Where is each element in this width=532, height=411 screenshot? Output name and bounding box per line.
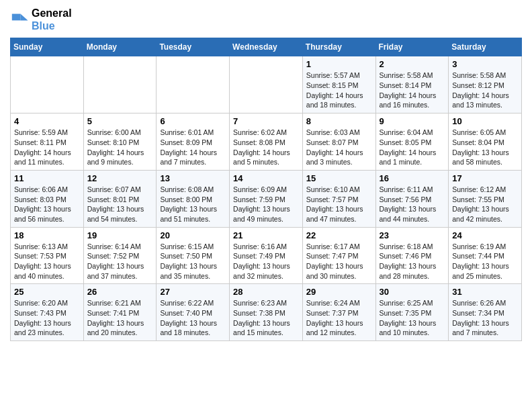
- weekday-header-friday: Friday: [375, 38, 449, 56]
- day-info: Sunrise: 6:22 AM Sunset: 7:40 PM Dayligh…: [160, 298, 226, 338]
- day-info: Sunrise: 6:03 AM Sunset: 8:07 PM Dayligh…: [306, 128, 372, 167]
- day-info: Sunrise: 6:06 AM Sunset: 8:03 PM Dayligh…: [14, 185, 80, 224]
- day-number: 17: [452, 173, 518, 183]
- day-info: Sunrise: 6:00 AM Sunset: 8:10 PM Dayligh…: [87, 128, 153, 167]
- day-info: Sunrise: 6:23 AM Sunset: 7:38 PM Dayligh…: [233, 298, 299, 338]
- calendar-cell: 20Sunrise: 6:15 AM Sunset: 7:50 PM Dayli…: [157, 227, 230, 284]
- svg-rect-1: [12, 14, 21, 21]
- logo-text: General Blue: [32, 7, 72, 32]
- day-info: Sunrise: 6:15 AM Sunset: 7:50 PM Dayligh…: [160, 242, 226, 281]
- calendar-cell: 11Sunrise: 6:06 AM Sunset: 8:03 PM Dayli…: [11, 170, 84, 227]
- day-number: 15: [306, 173, 372, 183]
- day-info: Sunrise: 6:10 AM Sunset: 7:57 PM Dayligh…: [306, 185, 372, 224]
- page-header: General Blue: [10, 7, 522, 32]
- day-number: 13: [160, 173, 226, 183]
- day-info: Sunrise: 6:17 AM Sunset: 7:47 PM Dayligh…: [306, 242, 372, 281]
- weekday-header-thursday: Thursday: [302, 38, 375, 56]
- day-number: 8: [306, 116, 372, 126]
- day-number: 29: [306, 287, 372, 297]
- day-info: Sunrise: 6:25 AM Sunset: 7:35 PM Dayligh…: [380, 298, 445, 338]
- weekday-header-wednesday: Wednesday: [230, 38, 303, 56]
- day-info: Sunrise: 6:19 AM Sunset: 7:44 PM Dayligh…: [452, 242, 518, 281]
- calendar-cell: 26Sunrise: 6:21 AM Sunset: 7:41 PM Dayli…: [83, 284, 157, 341]
- week-row-2: 4Sunrise: 5:59 AM Sunset: 8:11 PM Daylig…: [11, 113, 522, 171]
- svg-marker-0: [20, 14, 28, 21]
- day-info: Sunrise: 6:05 AM Sunset: 8:04 PM Dayligh…: [452, 128, 518, 167]
- calendar-cell: [157, 56, 230, 113]
- day-info: Sunrise: 6:26 AM Sunset: 7:34 PM Dayligh…: [452, 298, 518, 338]
- logo-icon: [10, 10, 29, 29]
- week-row-4: 18Sunrise: 6:13 AM Sunset: 7:53 PM Dayli…: [11, 227, 522, 284]
- calendar-cell: 27Sunrise: 6:22 AM Sunset: 7:40 PM Dayli…: [157, 284, 230, 341]
- calendar-cell: 25Sunrise: 6:20 AM Sunset: 7:43 PM Dayli…: [11, 284, 84, 341]
- calendar-cell: 1Sunrise: 5:57 AM Sunset: 8:15 PM Daylig…: [302, 56, 375, 113]
- calendar-cell: [11, 56, 84, 113]
- day-number: 30: [380, 287, 445, 297]
- calendar-table: SundayMondayTuesdayWednesdayThursdayFrid…: [10, 38, 522, 341]
- weekday-header-sunday: Sunday: [11, 38, 84, 56]
- day-number: 2: [380, 59, 445, 69]
- calendar-cell: 9Sunrise: 6:04 AM Sunset: 8:05 PM Daylig…: [375, 113, 449, 171]
- week-row-5: 25Sunrise: 6:20 AM Sunset: 7:43 PM Dayli…: [11, 284, 522, 341]
- day-number: 26: [87, 287, 153, 297]
- logo: General Blue: [10, 7, 72, 32]
- day-info: Sunrise: 6:21 AM Sunset: 7:41 PM Dayligh…: [87, 298, 153, 338]
- day-number: 28: [233, 287, 299, 297]
- day-info: Sunrise: 6:13 AM Sunset: 7:53 PM Dayligh…: [14, 242, 80, 281]
- day-number: 22: [306, 230, 372, 240]
- weekday-header-row: SundayMondayTuesdayWednesdayThursdayFrid…: [11, 38, 522, 56]
- day-number: 27: [160, 287, 226, 297]
- day-number: 10: [452, 116, 518, 126]
- day-number: 9: [380, 116, 445, 126]
- day-info: Sunrise: 6:02 AM Sunset: 8:08 PM Dayligh…: [233, 128, 299, 167]
- weekday-header-monday: Monday: [83, 38, 157, 56]
- week-row-1: 1Sunrise: 5:57 AM Sunset: 8:15 PM Daylig…: [11, 56, 522, 113]
- calendar-cell: 15Sunrise: 6:10 AM Sunset: 7:57 PM Dayli…: [302, 170, 375, 227]
- day-info: Sunrise: 6:01 AM Sunset: 8:09 PM Dayligh…: [160, 128, 226, 167]
- calendar-cell: 5Sunrise: 6:00 AM Sunset: 8:10 PM Daylig…: [83, 113, 157, 171]
- calendar-cell: 21Sunrise: 6:16 AM Sunset: 7:49 PM Dayli…: [230, 227, 303, 284]
- day-info: Sunrise: 5:58 AM Sunset: 8:14 PM Dayligh…: [380, 71, 445, 110]
- calendar-cell: 24Sunrise: 6:19 AM Sunset: 7:44 PM Dayli…: [449, 227, 522, 284]
- calendar-cell: 14Sunrise: 6:09 AM Sunset: 7:59 PM Dayli…: [230, 170, 303, 227]
- day-info: Sunrise: 6:08 AM Sunset: 8:00 PM Dayligh…: [160, 185, 226, 224]
- week-row-3: 11Sunrise: 6:06 AM Sunset: 8:03 PM Dayli…: [11, 170, 522, 227]
- day-number: 1: [306, 59, 372, 69]
- day-number: 31: [452, 287, 518, 297]
- calendar-cell: 17Sunrise: 6:12 AM Sunset: 7:55 PM Dayli…: [449, 170, 522, 227]
- day-info: Sunrise: 5:57 AM Sunset: 8:15 PM Dayligh…: [306, 71, 372, 110]
- day-info: Sunrise: 6:20 AM Sunset: 7:43 PM Dayligh…: [14, 298, 80, 338]
- day-number: 23: [380, 230, 445, 240]
- day-info: Sunrise: 6:16 AM Sunset: 7:49 PM Dayligh…: [233, 242, 299, 281]
- calendar-cell: 29Sunrise: 6:24 AM Sunset: 7:37 PM Dayli…: [302, 284, 375, 341]
- calendar-cell: 8Sunrise: 6:03 AM Sunset: 8:07 PM Daylig…: [302, 113, 375, 171]
- weekday-header-saturday: Saturday: [449, 38, 522, 56]
- day-number: 21: [233, 230, 299, 240]
- day-info: Sunrise: 6:18 AM Sunset: 7:46 PM Dayligh…: [380, 242, 445, 281]
- calendar-cell: 2Sunrise: 5:58 AM Sunset: 8:14 PM Daylig…: [375, 56, 449, 113]
- calendar-cell: 3Sunrise: 5:58 AM Sunset: 8:12 PM Daylig…: [449, 56, 522, 113]
- day-number: 16: [380, 173, 445, 183]
- calendar-cell: 30Sunrise: 6:25 AM Sunset: 7:35 PM Dayli…: [375, 284, 449, 341]
- day-info: Sunrise: 5:58 AM Sunset: 8:12 PM Dayligh…: [452, 71, 518, 110]
- day-number: 12: [87, 173, 153, 183]
- day-number: 18: [14, 230, 80, 240]
- day-info: Sunrise: 6:24 AM Sunset: 7:37 PM Dayligh…: [306, 298, 372, 338]
- calendar-cell: 13Sunrise: 6:08 AM Sunset: 8:00 PM Dayli…: [157, 170, 230, 227]
- day-number: 20: [160, 230, 226, 240]
- calendar-cell: [83, 56, 157, 113]
- day-number: 4: [14, 116, 80, 126]
- calendar-cell: 19Sunrise: 6:14 AM Sunset: 7:52 PM Dayli…: [83, 227, 157, 284]
- day-number: 19: [87, 230, 153, 240]
- calendar-cell: 28Sunrise: 6:23 AM Sunset: 7:38 PM Dayli…: [230, 284, 303, 341]
- calendar-cell: 12Sunrise: 6:07 AM Sunset: 8:01 PM Dayli…: [83, 170, 157, 227]
- weekday-header-tuesday: Tuesday: [157, 38, 230, 56]
- calendar-cell: 6Sunrise: 6:01 AM Sunset: 8:09 PM Daylig…: [157, 113, 230, 171]
- day-info: Sunrise: 6:04 AM Sunset: 8:05 PM Dayligh…: [380, 128, 445, 167]
- day-number: 24: [452, 230, 518, 240]
- day-number: 14: [233, 173, 299, 183]
- day-number: 25: [14, 287, 80, 297]
- day-number: 5: [87, 116, 153, 126]
- day-number: 3: [452, 59, 518, 69]
- day-number: 6: [160, 116, 226, 126]
